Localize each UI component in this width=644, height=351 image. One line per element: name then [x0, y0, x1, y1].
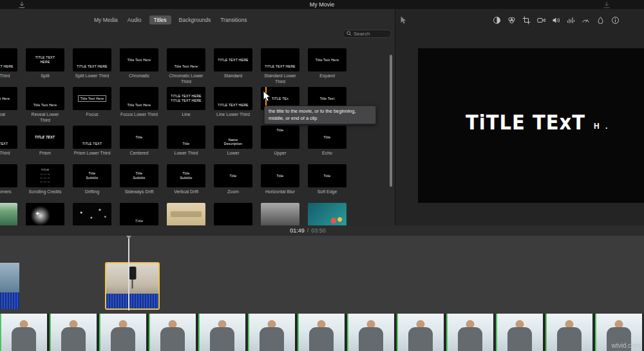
- title-thumbnail[interactable]: Name Description: [214, 126, 252, 149]
- title-thumbnail[interactable]: Title Subtitle: [73, 164, 111, 187]
- title-template-line-lower-third[interactable]: TITLE TEXT HERELine Lower Third: [214, 87, 252, 124]
- title-template-prism-lower-third[interactable]: TITLE TEXTPrism Lower Third: [73, 126, 111, 162]
- title-thumbnail[interactable]: Title Text Here: [120, 48, 158, 71]
- title-thumbnail[interactable]: TITLE TEXT: [26, 126, 64, 149]
- title-template[interactable]: [214, 203, 252, 225]
- title-thumbnail[interactable]: TITLE TEXT HERE: [73, 48, 111, 71]
- title-thumbnail[interactable]: [73, 203, 111, 225]
- title-template-line[interactable]: TITLE TEXT HERE TITLE TEXT HERELine: [167, 87, 205, 124]
- title-template[interactable]: [0, 203, 17, 225]
- filmstrip-frame[interactable]: [99, 314, 146, 351]
- title-template-horizontal-blur[interactable]: TitleHorizontal Blur: [261, 164, 299, 200]
- title-thumbnail[interactable]: [214, 203, 252, 225]
- download-icon[interactable]: [603, 1, 611, 8]
- title-thumbnail[interactable]: TITLE TEXT: [73, 126, 111, 149]
- title-thumbnail[interactable]: TITLE TEXT: [0, 126, 17, 149]
- title-template-zoom[interactable]: TitleZoom: [214, 164, 252, 200]
- title-thumbnail[interactable]: [167, 203, 205, 225]
- filmstrip-frame[interactable]: [446, 314, 493, 351]
- title-template-focus-lower-third[interactable]: Title Text HereFocus Lower Third: [120, 87, 158, 124]
- title-thumbnail[interactable]: TITLE TEXT HERE: [0, 48, 17, 71]
- title-template[interactable]: [167, 203, 205, 225]
- info-icon[interactable]: [611, 16, 620, 24]
- title-template-prism[interactable]: TITLE TEXTPrism: [26, 126, 64, 162]
- tab-audio[interactable]: Audio: [126, 15, 144, 24]
- filmstrip-frame[interactable]: [298, 314, 345, 351]
- title-template-focus[interactable]: Title Text HereFocus: [73, 87, 111, 124]
- title-thumbnail[interactable]: Title: [0, 164, 17, 187]
- title-thumbnail[interactable]: Title Text Here: [308, 48, 346, 71]
- title-template-reveal[interactable]: Title Text HereReveal: [0, 87, 17, 124]
- tab-titles[interactable]: Titles: [149, 15, 171, 24]
- title-template-scrolling-credits[interactable]: TITLE — — — — — — — — —Scrolling Credits: [26, 164, 64, 200]
- title-template-chromatic-lower-third[interactable]: Title Text HereChromatic Lower Third: [167, 48, 205, 85]
- noise-reduction-icon[interactable]: [567, 16, 575, 24]
- filmstrip-frame[interactable]: [50, 314, 97, 351]
- title-template[interactable]: [73, 203, 111, 225]
- tab-transitions[interactable]: Transitions: [218, 15, 249, 24]
- color-balance-icon[interactable]: [493, 16, 501, 24]
- title-thumbnail[interactable]: TITLE — — — — — — — — —: [26, 164, 64, 187]
- volume-icon[interactable]: [552, 16, 560, 24]
- filmstrip-frame[interactable]: [149, 314, 196, 351]
- title-thumbnail[interactable]: Title Text Here: [167, 48, 205, 71]
- title-thumbnail[interactable]: Title Subtitle: [120, 164, 158, 187]
- title-template[interactable]: ✦: [26, 203, 64, 225]
- title-thumbnail[interactable]: Title Text Here: [120, 87, 158, 110]
- title-thumbnail[interactable]: Title: [167, 126, 205, 149]
- title-template-centered[interactable]: TitleCentered: [120, 126, 158, 162]
- selected-clip[interactable]: [105, 262, 160, 310]
- title-thumbnail[interactable]: TITLE TEXT HERE: [214, 48, 252, 71]
- playhead[interactable]: [128, 236, 129, 310]
- title-template-vertical-drift[interactable]: Title SubtitleVertical Drift: [167, 164, 205, 200]
- title-template-drifting[interactable]: Title SubtitleDrifting: [73, 164, 111, 200]
- stabilization-icon[interactable]: [537, 16, 545, 24]
- title-thumbnail[interactable]: TITLE TEXT HERE: [261, 48, 299, 71]
- title-template-lower[interactable]: Name DescriptionLower: [214, 126, 252, 162]
- title-thumbnail[interactable]: Title: [120, 126, 158, 149]
- title-template-echo[interactable]: TitleEcho: [308, 126, 346, 162]
- title-thumbnail[interactable]: Title: [308, 126, 346, 149]
- title-thumbnail[interactable]: TITLE TEXT HERE: [214, 87, 252, 110]
- title-thumbnail[interactable]: Title: [214, 164, 252, 187]
- tab-backgrounds[interactable]: Backgrounds: [177, 15, 213, 24]
- title-template-lower-third[interactable]: TITLE TEXT HERELower Third: [0, 48, 17, 85]
- title-thumbnail[interactable]: Title Text Here: [26, 87, 64, 110]
- filmstrip-frame[interactable]: [0, 314, 47, 351]
- speed-icon[interactable]: [582, 16, 590, 24]
- title-template[interactable]: [308, 203, 346, 225]
- title-thumbnail[interactable]: Title: [120, 203, 158, 225]
- playhead-handle[interactable]: [126, 236, 131, 242]
- title-template-soft-edge[interactable]: TitleSoft Edge: [308, 164, 346, 200]
- filmstrip-frame[interactable]: [545, 314, 592, 351]
- filmstrip-frame[interactable]: [248, 314, 295, 351]
- timeline-clip-partial[interactable]: [0, 263, 19, 309]
- title-thumbnail[interactable]: TITLE TEXT HERE TITLE TEXT HERE: [167, 87, 205, 110]
- title-thumbnail[interactable]: Title: [261, 126, 299, 149]
- title-template[interactable]: Title: [120, 203, 158, 225]
- filmstrip-frame[interactable]: [397, 314, 444, 351]
- title-template-expand[interactable]: Title Text HereExpand: [308, 48, 346, 85]
- title-template-reveal-lower-third[interactable]: Title Text HereReveal Lower Third: [26, 87, 64, 124]
- title-thumbnail[interactable]: [308, 203, 346, 225]
- crop-icon[interactable]: [522, 16, 531, 24]
- title-thumbnail[interactable]: Title Text Here: [73, 87, 111, 110]
- title-thumbnail[interactable]: TITLE TEXT HERE: [26, 48, 64, 71]
- tab-my-media[interactable]: My Media: [92, 15, 120, 24]
- import-arrow-icon[interactable]: [18, 1, 26, 8]
- title-template-standard[interactable]: TITLE TEXT HEREStandard: [214, 48, 252, 85]
- title-thumbnail[interactable]: ✦: [26, 203, 64, 225]
- title-template-upper[interactable]: TitleUpper: [261, 126, 299, 162]
- title-template-four-corners[interactable]: TitleFour Corners: [0, 164, 17, 200]
- pointer-tool-icon[interactable]: [400, 16, 407, 24]
- title-thumbnail[interactable]: Title: [261, 164, 299, 187]
- filmstrip-frame[interactable]: [496, 314, 543, 351]
- title-thumbnail[interactable]: [261, 203, 299, 225]
- title-template-split[interactable]: TITLE TEXT HERESplit: [26, 48, 64, 85]
- color-correction-icon[interactable]: [507, 16, 516, 24]
- scrollbar-thumb[interactable]: [390, 55, 392, 187]
- title-thumbnail[interactable]: [0, 203, 17, 225]
- title-template-standard-lower-third[interactable]: TITLE TEXT HEREStandard Lower Third: [261, 48, 299, 85]
- title-template-lower-third[interactable]: TITLE TEXTLower Third: [0, 126, 17, 162]
- filmstrip-frame[interactable]: [198, 314, 245, 351]
